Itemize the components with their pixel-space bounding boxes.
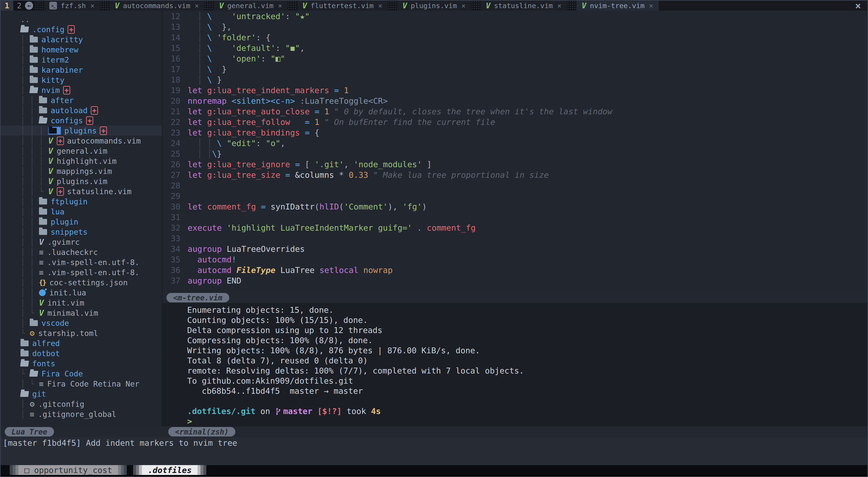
tab-page-number-2[interactable]: 2 (13, 1, 25, 10)
tab-fzf.sh[interactable]: >_fzf.sh× (44, 1, 100, 10)
tab-close-icon[interactable]: × (649, 2, 653, 10)
terminal-line: cb68b54..f1bd4f5 master → master (187, 386, 867, 396)
code-token: let (188, 117, 202, 127)
tree-item-Fira Code Retina Ner[interactable]: │ └ ≡Fira Code Retina Ner (1, 379, 162, 389)
tree-item-alfred[interactable]: alfred (1, 338, 162, 348)
tree-indent-guide: │ │ (21, 278, 39, 287)
tree-item-autocommands.vim[interactable]: │ │ │ V+autocommands.vim (1, 136, 162, 146)
tree-item-..[interactable]: .. (1, 14, 162, 24)
tree-item-configs[interactable]: │ │ configs+ (1, 115, 162, 126)
code-token (222, 276, 227, 285)
git-modified-badge: + (63, 86, 70, 95)
tab-close-icon[interactable]: × (278, 2, 282, 10)
tree-item-lua[interactable]: │ │ lua (1, 207, 162, 217)
tree-item-karabiner[interactable]: │ karabiner (1, 65, 162, 75)
code-editor-pane[interactable]: 12 │ \ 'untracked': "★"13 │ \ },14 │ \ '… (162, 10, 867, 292)
tree-item-snippets[interactable]: │ │ snippets (1, 227, 162, 237)
tree-item-after[interactable]: │ │ after (1, 95, 162, 105)
code-token: * (334, 170, 349, 179)
folder-icon (39, 199, 47, 205)
code-token (422, 223, 427, 232)
file-tree-sidebar[interactable]: ...config+│ alacritty│ homebrew│ iterm2│… (1, 10, 162, 427)
terminal-line: Delta compression using up to 12 threads (187, 325, 867, 335)
tree-item-.vim-spell-en.utf-8.[interactable]: │ │ ≡.vim-spell-en.utf-8. (1, 257, 162, 267)
tree-item-homebrew[interactable]: │ homebrew (1, 44, 162, 55)
tab-fluttertest.vim[interactable]: Vfluttertest.vim× (297, 1, 388, 10)
tree-item-init.lua[interactable]: │ │ init.lua (1, 287, 162, 298)
tree-item-iterm2[interactable]: │ iterm2 (1, 55, 162, 65)
git-modified-badge: + (100, 127, 107, 135)
back-arrow-icon[interactable]: ← (25, 2, 33, 10)
code-token (275, 266, 280, 275)
tree-item-git[interactable]: git (1, 389, 162, 399)
code-token: 'default' (231, 43, 275, 53)
tree-item-label: .gitignore_global (38, 410, 116, 419)
tmux-window-dotfiles[interactable]: .dotfiles (133, 465, 206, 475)
tree-item-.gvimrc[interactable]: │ │ V.gvimrc (1, 237, 162, 247)
line-number: 12 (162, 11, 188, 22)
tmux-window-opportunity_cost[interactable]: □ opportunity_cost (10, 465, 127, 475)
code-token: . (417, 223, 422, 232)
tree-item-starship.toml[interactable]: └ ⚙starship.toml (1, 328, 162, 338)
tab-nvim-tree.vim[interactable]: Vnvim-tree.vim× (576, 1, 658, 10)
tree-item-kitty[interactable]: │ kitty (1, 75, 162, 85)
tree-item-.vim-spell-en.utf-8.[interactable]: │ │ ≡.vim-spell-en.utf-8. (1, 267, 162, 277)
tree-item-.luacheckrc[interactable]: │ │ ≡.luacheckrc (1, 247, 162, 257)
tree-item-plugin[interactable]: │ │ plugin (1, 217, 162, 227)
code-token: took (342, 406, 371, 416)
terminal-line (187, 396, 867, 406)
code-token: cb68b54..f1bd4f5 master → master (187, 386, 363, 396)
tab-close-icon[interactable]: × (195, 2, 199, 10)
tree-item-minimal.vim[interactable]: │ └ Vminimal.vim (1, 308, 162, 318)
tab-close-icon[interactable]: × (90, 2, 94, 10)
tree-item-autoload[interactable]: │ │ autoload+ (1, 105, 162, 115)
tree-item-.gitignore_global[interactable]: │ ≡.gitignore_global (1, 409, 162, 419)
tab-page-number-1[interactable]: 1 (1, 1, 13, 10)
tab-general.vim[interactable]: Vgeneral.vim× (214, 1, 288, 10)
tree-item-Fira Code[interactable]: └ Fira Code (1, 369, 162, 379)
tree-item-.config[interactable]: .config+ (1, 24, 162, 34)
code-token: ( (339, 202, 344, 211)
tree-item-plugins.vim[interactable]: │ │ │ Vplugins.vim (1, 176, 162, 186)
code-token: }, (212, 22, 231, 32)
tree-item-highlight.vim[interactable]: │ │ │ Vhighlight.vim (1, 156, 162, 166)
tree-item-alacritty[interactable]: │ alacritty (1, 34, 162, 44)
line-number: 36 (162, 265, 188, 275)
tree-item-dotbot[interactable]: dotbot (1, 348, 162, 359)
code-token: │ │ (188, 149, 212, 159)
close-icon[interactable]: × (855, 0, 861, 11)
tree-item-vscode[interactable]: │ vscode (1, 318, 162, 328)
tree-item-coc-settings.json[interactable]: │ │ {}coc-settings.json (1, 277, 162, 287)
tree-item-plugins[interactable]: │ │ │ plugins+ (1, 126, 162, 136)
tree-item-statusline.vim[interactable]: │ │ └ V+statusline.vim (1, 186, 162, 197)
tab-autocommands.vim[interactable]: Vautocommands.vim× (110, 1, 204, 10)
code-line-content: │ │\} (188, 148, 222, 159)
tree-item-label: general.vim (57, 146, 107, 156)
vim-icon: V (48, 177, 53, 186)
tab-separator-dots (34, 1, 44, 10)
tree-item-fonts[interactable]: fonts (1, 359, 162, 369)
tree-item-init.vim[interactable]: │ │ Vinit.vim (1, 298, 162, 308)
line-number: 21 (162, 106, 188, 117)
code-token: : (275, 43, 285, 53)
terminal-pane[interactable]: Enumerating objects: 15, done.Counting o… (162, 303, 867, 427)
main-area: ...config+│ alacritty│ homebrew│ iterm2│… (1, 10, 867, 427)
code-token: \ (217, 139, 222, 148)
terminal-line: Compressing objects: 100% (8/8), done. (187, 335, 867, 345)
tree-item-ftplugin[interactable]: │ │ ftplugin (1, 197, 162, 207)
code-token: 1 (315, 117, 319, 127)
tab-close-icon[interactable]: × (557, 2, 561, 10)
tree-item-general.vim[interactable]: │ │ │ Vgeneral.vim (1, 146, 162, 156)
tree-item-.gitconfig[interactable]: │ ⚙.gitconfig (1, 399, 162, 409)
code-token: , (300, 43, 305, 53)
tab-close-icon[interactable]: × (462, 2, 466, 10)
code-line-content: execute 'highlight LuaTreeIndentMarker g… (188, 223, 476, 233)
code-token: 'node_modules' (353, 160, 422, 169)
tab-statusline.vim[interactable]: Vstatusline.vim× (480, 1, 567, 10)
tab-close-icon[interactable]: × (378, 2, 382, 10)
tab-plugins.vim[interactable]: Vplugins.vim× (397, 1, 471, 10)
tree-item-nvim[interactable]: │ nvim+ (1, 85, 162, 95)
tree-item-mappings.vim[interactable]: │ │ │ Vmappings.vim (1, 166, 162, 176)
code-token: ] (422, 160, 432, 169)
line-number: 14 (162, 32, 188, 43)
